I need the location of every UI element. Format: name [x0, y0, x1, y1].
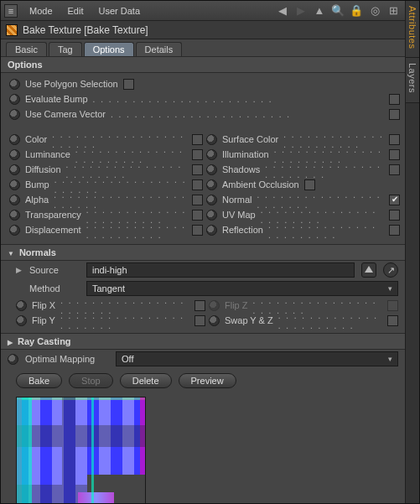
transparency-radio[interactable]	[9, 210, 20, 221]
search-icon[interactable]: 🔍	[330, 3, 345, 18]
section-options: Options	[1, 56, 405, 73]
diffusion-radio[interactable]	[9, 164, 20, 175]
use-camera-vector-label: Use Camera Vector	[25, 109, 106, 119]
source-field[interactable]: indi-high	[86, 262, 355, 278]
object-title: Bake Texture [Bake Texture]	[23, 24, 148, 36]
illumination-check[interactable]	[389, 149, 400, 160]
reflection-label: Reflection	[222, 225, 263, 235]
use-polygon-selection-label: Use Polygon Selection	[25, 79, 118, 89]
menubar: ≡ Mode Edit User Data ◀ ▶ ▲ 🔍 🔒 ◎ ⊞	[1, 1, 405, 21]
side-tab-layers[interactable]: Layers	[406, 58, 419, 102]
alpha-check[interactable]	[192, 195, 203, 205]
color-radio[interactable]	[9, 134, 20, 145]
surface-color-label: Surface Color	[222, 134, 278, 144]
flip-z-radio	[209, 300, 220, 311]
nav-up-icon[interactable]: ▲	[312, 3, 327, 18]
side-tabs: Attributes Layers	[405, 1, 419, 503]
tab-options[interactable]: Options	[84, 42, 134, 56]
luminance-check[interactable]	[192, 149, 203, 160]
luminance-label: Luminance	[25, 149, 70, 159]
section-normals[interactable]: Normals	[1, 244, 405, 261]
uv-map-radio[interactable]	[206, 210, 217, 221]
use-camera-vector-radio[interactable]	[9, 109, 20, 120]
normal-radio[interactable]	[206, 195, 217, 205]
illumination-radio[interactable]	[206, 149, 217, 160]
reflection-radio[interactable]	[206, 225, 217, 236]
color-label: Color	[25, 134, 47, 144]
menu-user-data[interactable]: User Data	[92, 6, 148, 16]
bake-texture-icon	[6, 24, 18, 36]
displacement-radio[interactable]	[9, 225, 20, 236]
transparency-check[interactable]	[192, 210, 203, 221]
uv-map-check[interactable]	[389, 210, 400, 221]
source-label: Source	[29, 265, 80, 275]
menu-mode[interactable]: Mode	[23, 6, 60, 16]
optimal-mapping-combo[interactable]: Off▾	[116, 351, 398, 366]
flip-x-radio[interactable]	[16, 300, 27, 311]
uv-map-label: UV Map	[222, 210, 256, 220]
delete-button[interactable]: Delete	[120, 373, 172, 388]
diffusion-label: Diffusion	[25, 164, 61, 174]
preview-button[interactable]: Preview	[179, 373, 236, 388]
luminance-radio[interactable]	[9, 149, 20, 160]
surface-color-radio[interactable]	[206, 134, 217, 145]
tab-basic[interactable]: Basic	[6, 42, 47, 56]
evaluate-bump-check[interactable]	[389, 94, 400, 105]
tab-tag[interactable]: Tag	[49, 42, 82, 56]
swap-yz-label: Swap Y & Z	[225, 315, 273, 325]
illumination-label: Illumination	[222, 149, 269, 159]
transparency-label: Transparency	[25, 210, 81, 220]
source-expand-icon[interactable]: ▶	[16, 266, 23, 274]
method-combo[interactable]: Tangent▾	[86, 281, 398, 296]
bake-button[interactable]: Bake	[16, 373, 62, 388]
flip-x-check[interactable]	[194, 300, 205, 311]
alpha-label: Alpha	[25, 195, 49, 205]
flip-y-radio[interactable]	[16, 315, 27, 326]
shadows-check[interactable]	[389, 164, 400, 175]
bake-preview	[16, 397, 146, 504]
lock-icon[interactable]: 🔒	[349, 3, 364, 18]
color-check[interactable]	[192, 134, 203, 145]
normal-label: Normal	[222, 195, 251, 205]
alpha-radio[interactable]	[9, 195, 20, 205]
panel-mode-icon[interactable]: ≡	[4, 4, 18, 18]
ambient-occlusion-radio[interactable]	[206, 179, 217, 190]
normal-check[interactable]	[389, 195, 400, 205]
bump-check[interactable]	[192, 179, 203, 190]
shadows-label: Shadows	[222, 164, 260, 174]
bump-label: Bump	[25, 179, 49, 190]
flip-z-label: Flip Z	[225, 300, 248, 310]
menu-edit[interactable]: Edit	[61, 6, 91, 16]
bump-radio[interactable]	[9, 179, 20, 190]
swap-yz-check[interactable]	[387, 315, 398, 326]
use-polygon-selection-check[interactable]	[123, 79, 134, 90]
target-icon[interactable]: ◎	[367, 3, 382, 18]
use-camera-vector-check[interactable]	[389, 109, 400, 120]
reflection-check[interactable]	[389, 225, 400, 236]
tab-strip: Basic Tag Options Details	[1, 39, 405, 56]
swap-yz-radio[interactable]	[209, 315, 220, 326]
use-polygon-selection-radio[interactable]	[9, 79, 20, 90]
surface-color-check[interactable]	[389, 134, 400, 145]
section-ray-casting[interactable]: Ray Casting	[1, 333, 405, 350]
flip-z-check	[387, 300, 398, 311]
object-title-bar: Bake Texture [Bake Texture]	[1, 21, 405, 39]
tab-details[interactable]: Details	[136, 42, 183, 56]
flip-y-check[interactable]	[194, 315, 205, 326]
evaluate-bump-radio[interactable]	[9, 94, 20, 105]
diffusion-check[interactable]	[192, 164, 203, 175]
source-pick-icon[interactable]	[361, 262, 376, 278]
flip-x-label: Flip X	[32, 300, 55, 310]
method-label: Method	[29, 283, 80, 294]
nav-next-icon[interactable]: ▶	[293, 3, 309, 18]
source-link-icon[interactable]: ↗	[383, 262, 398, 278]
shadows-radio[interactable]	[206, 164, 217, 175]
side-tab-attributes[interactable]: Attributes	[406, 1, 419, 58]
nav-prev-icon[interactable]: ◀	[275, 3, 290, 18]
ambient-occlusion-check[interactable]	[304, 179, 315, 190]
new-window-icon[interactable]: ⊞	[386, 3, 401, 18]
flip-y-label: Flip Y	[32, 315, 55, 325]
stop-button: Stop	[69, 373, 113, 388]
displacement-check[interactable]	[192, 225, 203, 236]
optimal-mapping-radio[interactable]	[8, 354, 18, 365]
